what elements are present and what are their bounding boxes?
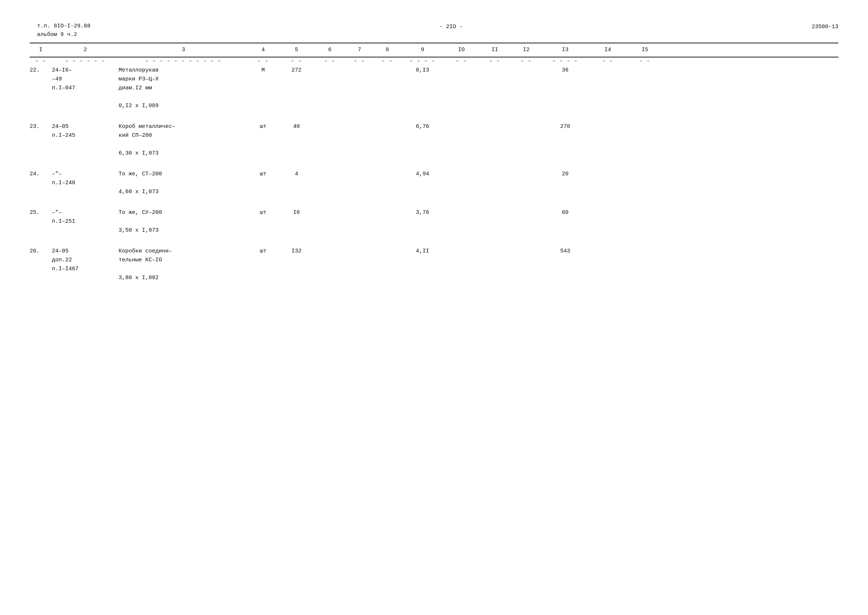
table-row: 23. 24–05 п.I–245 Короб металличес– кий … bbox=[30, 121, 838, 159]
col-header-14: I4 bbox=[589, 45, 626, 55]
row-22-num: 22. bbox=[30, 66, 52, 75]
row-23-c13: 270 bbox=[541, 122, 589, 131]
row-23-c9: 6,76 bbox=[400, 122, 445, 131]
row-26-desc: Коробки соедини– тельные КС–IO 3,80 х I,… bbox=[118, 247, 248, 283]
col-header-1: I bbox=[30, 45, 52, 55]
row-25-ref: –"– п.I–25I bbox=[52, 208, 118, 226]
table-row: 26. 24–05 доп.22 п.I–I467 Коробки соедин… bbox=[30, 245, 838, 284]
row-26-qty: I32 bbox=[278, 247, 315, 256]
header-center: - 2IO - bbox=[439, 24, 463, 30]
col-header-12: I2 bbox=[511, 45, 541, 55]
row-24-num: 24. bbox=[30, 170, 52, 179]
header-left: т.п. 8IO-I-29.88 альбом 9 ч.2 bbox=[37, 22, 90, 39]
column-headers: I 2 3 4 5 6 7 8 9 IO II I2 I3 I4 I5 bbox=[30, 43, 838, 58]
row-22-c9: 0,I3 bbox=[400, 66, 445, 75]
row-25-unit: шт bbox=[248, 208, 278, 217]
row-24-desc: То же, СТ–200 4,60 х I,073 bbox=[118, 170, 248, 197]
dashes-separator: – – – – – – – – – – – – – – – – – – – – … bbox=[30, 58, 838, 64]
col-header-3: 3 bbox=[118, 45, 248, 55]
row-25-qty: I6 bbox=[278, 208, 315, 217]
row-22-unit: М bbox=[248, 66, 278, 75]
row-25-c9: 3,76 bbox=[400, 208, 445, 217]
col-header-8: 8 bbox=[374, 45, 400, 55]
col-header-6: 6 bbox=[315, 45, 345, 55]
row-25-num: 25. bbox=[30, 208, 52, 217]
row-22-desc: Металлорукав марки РЗ–Ц–Х диам.I2 мм 0,I… bbox=[118, 66, 248, 111]
row-23-desc: Короб металличес– кий СП–200 6,30 х I,07… bbox=[118, 122, 248, 158]
main-table: I 2 3 4 5 6 7 8 9 IO II I2 I3 I4 I5 – – … bbox=[30, 43, 838, 284]
table-row: 22. 24–I6– –49 п.I–047 Металлорукав марк… bbox=[30, 64, 838, 112]
header-tp: т.п. 8IO-I-29.88 bbox=[37, 22, 90, 31]
table-row: 24. –"– п.I–248 То же, СТ–200 4,60 х I,0… bbox=[30, 168, 838, 198]
row-23-qty: 40 bbox=[278, 122, 315, 131]
col-header-2: 2 bbox=[52, 45, 118, 55]
row-26-ref: 24–05 доп.22 п.I–I467 bbox=[52, 247, 118, 273]
row-22-qty: 272 bbox=[278, 66, 315, 75]
row-24-qty: 4 bbox=[278, 170, 315, 179]
row-25-desc: То же, СУ–200 3,50 х I,073 bbox=[118, 208, 248, 235]
row-24-c9: 4,94 bbox=[400, 170, 445, 179]
header-album: альбом 9 ч.2 bbox=[37, 31, 90, 39]
row-26-c13: 543 bbox=[541, 247, 589, 256]
col-header-4: 4 bbox=[248, 45, 278, 55]
row-24-ref: –"– п.I–248 bbox=[52, 170, 118, 187]
row-26-unit: шт bbox=[248, 247, 278, 256]
page-header: т.п. 8IO-I-29.88 альбом 9 ч.2 - 2IO - 23… bbox=[30, 22, 838, 39]
col-header-7: 7 bbox=[345, 45, 374, 55]
table-row: 25. –"– п.I–25I То же, СУ–200 3,50 х I,0… bbox=[30, 207, 838, 237]
col-header-13: I3 bbox=[541, 45, 589, 55]
header-right: 23500-13 bbox=[812, 24, 838, 30]
row-23-num: 23. bbox=[30, 122, 52, 131]
row-22-ref: 24–I6– –49 п.I–047 bbox=[52, 66, 118, 93]
row-23-ref: 24–05 п.I–245 bbox=[52, 122, 118, 140]
row-24-c13: 20 bbox=[541, 170, 589, 179]
row-23-unit: шт bbox=[248, 122, 278, 131]
row-24-unit: шт bbox=[248, 170, 278, 179]
col-header-15: I5 bbox=[626, 45, 664, 55]
col-header-10: IO bbox=[445, 45, 478, 55]
col-header-11: II bbox=[478, 45, 511, 55]
row-26-num: 26. bbox=[30, 247, 52, 256]
col-header-9: 9 bbox=[400, 45, 445, 55]
row-25-c13: 60 bbox=[541, 208, 589, 217]
row-22-c13: 36 bbox=[541, 66, 589, 75]
row-26-c9: 4,II bbox=[400, 247, 445, 256]
col-header-5: 5 bbox=[278, 45, 315, 55]
